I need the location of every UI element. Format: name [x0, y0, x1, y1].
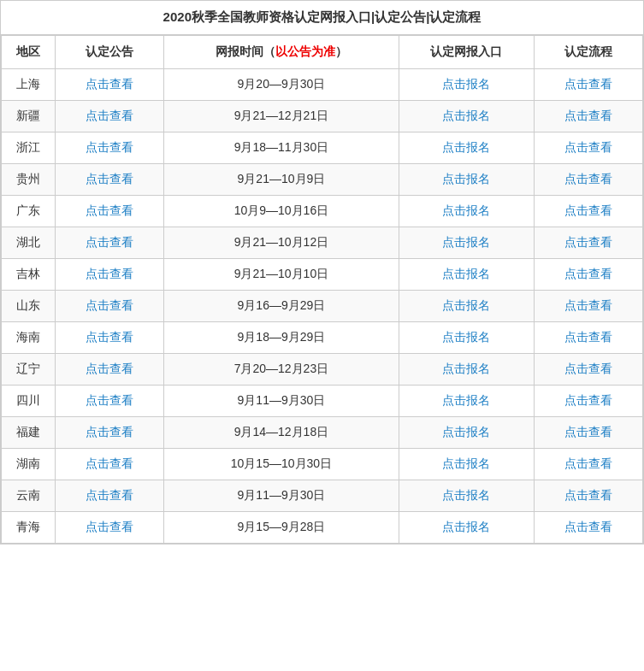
cell-entry[interactable]: 点击报名 [399, 101, 534, 132]
notice-link[interactable]: 点击查看 [86, 140, 133, 154]
cell-notice[interactable]: 点击查看 [56, 196, 164, 227]
cell-process[interactable]: 点击查看 [535, 291, 643, 322]
entry-link[interactable]: 点击报名 [442, 488, 490, 502]
cell-notice[interactable]: 点击查看 [56, 354, 164, 386]
cell-notice[interactable]: 点击查看 [56, 386, 164, 417]
cell-process[interactable]: 点击查看 [535, 480, 643, 512]
notice-link[interactable]: 点击查看 [86, 425, 133, 439]
cell-entry[interactable]: 点击报名 [399, 132, 534, 164]
notice-link[interactable]: 点击查看 [86, 330, 133, 344]
entry-link[interactable]: 点击报名 [442, 235, 490, 249]
cell-entry[interactable]: 点击报名 [399, 259, 534, 291]
cell-process[interactable]: 点击查看 [535, 449, 643, 480]
cell-process[interactable]: 点击查看 [535, 512, 643, 544]
cell-notice[interactable]: 点击查看 [56, 259, 164, 291]
notice-link[interactable]: 点击查看 [86, 456, 133, 470]
process-link[interactable]: 点击查看 [564, 298, 612, 312]
entry-link[interactable]: 点击报名 [442, 109, 490, 122]
cell-entry[interactable]: 点击报名 [399, 227, 534, 259]
header-time-end: ） [335, 44, 347, 58]
entry-link[interactable]: 点击报名 [442, 203, 490, 217]
notice-link[interactable]: 点击查看 [86, 77, 133, 91]
cell-time: 9月11—9月30日 [164, 386, 399, 417]
cell-process[interactable]: 点击查看 [535, 417, 643, 449]
cell-notice[interactable]: 点击查看 [56, 101, 164, 132]
cell-notice[interactable]: 点击查看 [56, 512, 164, 544]
entry-link[interactable]: 点击报名 [442, 267, 490, 280]
cell-notice[interactable]: 点击查看 [56, 449, 164, 480]
notice-link[interactable]: 点击查看 [86, 488, 133, 502]
process-link[interactable]: 点击查看 [564, 203, 612, 217]
header-notice: 认定公告 [56, 36, 164, 69]
cell-process[interactable]: 点击查看 [535, 69, 643, 101]
entry-link[interactable]: 点击报名 [442, 172, 490, 185]
cell-entry[interactable]: 点击报名 [399, 291, 534, 322]
entry-link[interactable]: 点击报名 [442, 456, 490, 470]
cell-entry[interactable]: 点击报名 [399, 354, 534, 386]
cell-process[interactable]: 点击查看 [535, 227, 643, 259]
process-link[interactable]: 点击查看 [564, 267, 612, 280]
cell-notice[interactable]: 点击查看 [56, 227, 164, 259]
entry-link[interactable]: 点击报名 [442, 77, 490, 91]
notice-link[interactable]: 点击查看 [86, 393, 133, 407]
notice-link[interactable]: 点击查看 [86, 172, 133, 185]
cell-entry[interactable]: 点击报名 [399, 449, 534, 480]
cell-process[interactable]: 点击查看 [535, 196, 643, 227]
cell-process[interactable]: 点击查看 [535, 259, 643, 291]
process-link[interactable]: 点击查看 [564, 140, 612, 154]
table-row: 辽宁点击查看7月20—12月23日点击报名点击查看 [2, 354, 643, 386]
process-link[interactable]: 点击查看 [564, 172, 612, 185]
entry-link[interactable]: 点击报名 [442, 140, 490, 154]
notice-link[interactable]: 点击查看 [86, 298, 133, 312]
cell-entry[interactable]: 点击报名 [399, 164, 534, 196]
table-row: 新疆点击查看9月21—12月21日点击报名点击查看 [2, 101, 643, 132]
process-link[interactable]: 点击查看 [564, 77, 612, 91]
process-link[interactable]: 点击查看 [564, 235, 612, 249]
cell-notice[interactable]: 点击查看 [56, 322, 164, 354]
cell-process[interactable]: 点击查看 [535, 132, 643, 164]
cell-entry[interactable]: 点击报名 [399, 386, 534, 417]
entry-link[interactable]: 点击报名 [442, 393, 490, 407]
notice-link[interactable]: 点击查看 [86, 203, 133, 217]
entry-link[interactable]: 点击报名 [442, 330, 490, 344]
entry-link[interactable]: 点击报名 [442, 362, 490, 375]
cell-time: 10月15—10月30日 [164, 449, 399, 480]
cell-process[interactable]: 点击查看 [535, 322, 643, 354]
cell-time: 9月21—10月12日 [164, 227, 399, 259]
notice-link[interactable]: 点击查看 [86, 267, 133, 280]
cell-entry[interactable]: 点击报名 [399, 322, 534, 354]
cell-process[interactable]: 点击查看 [535, 101, 643, 132]
notice-link[interactable]: 点击查看 [86, 520, 133, 533]
entry-link[interactable]: 点击报名 [442, 425, 490, 439]
process-link[interactable]: 点击查看 [564, 330, 612, 344]
table-row: 福建点击查看9月14—12月18日点击报名点击查看 [2, 417, 643, 449]
cell-notice[interactable]: 点击查看 [56, 132, 164, 164]
process-link[interactable]: 点击查看 [564, 488, 612, 502]
cell-process[interactable]: 点击查看 [535, 386, 643, 417]
entry-link[interactable]: 点击报名 [442, 520, 490, 533]
cell-process[interactable]: 点击查看 [535, 164, 643, 196]
cell-notice[interactable]: 点击查看 [56, 164, 164, 196]
cell-process[interactable]: 点击查看 [535, 354, 643, 386]
cell-time: 9月21—10月9日 [164, 164, 399, 196]
notice-link[interactable]: 点击查看 [86, 109, 133, 122]
cell-notice[interactable]: 点击查看 [56, 69, 164, 101]
process-link[interactable]: 点击查看 [564, 362, 612, 375]
process-link[interactable]: 点击查看 [564, 520, 612, 533]
entry-link[interactable]: 点击报名 [442, 298, 490, 312]
notice-link[interactable]: 点击查看 [86, 362, 133, 375]
cell-notice[interactable]: 点击查看 [56, 480, 164, 512]
cell-entry[interactable]: 点击报名 [399, 417, 534, 449]
cell-entry[interactable]: 点击报名 [399, 196, 534, 227]
process-link[interactable]: 点击查看 [564, 456, 612, 470]
process-link[interactable]: 点击查看 [564, 425, 612, 439]
cell-entry[interactable]: 点击报名 [399, 512, 534, 544]
notice-link[interactable]: 点击查看 [86, 235, 133, 249]
cell-entry[interactable]: 点击报名 [399, 69, 534, 101]
cell-entry[interactable]: 点击报名 [399, 480, 534, 512]
process-link[interactable]: 点击查看 [564, 109, 612, 122]
cell-notice[interactable]: 点击查看 [56, 417, 164, 449]
cell-notice[interactable]: 点击查看 [56, 291, 164, 322]
cell-region: 云南 [2, 480, 56, 512]
process-link[interactable]: 点击查看 [564, 393, 612, 407]
